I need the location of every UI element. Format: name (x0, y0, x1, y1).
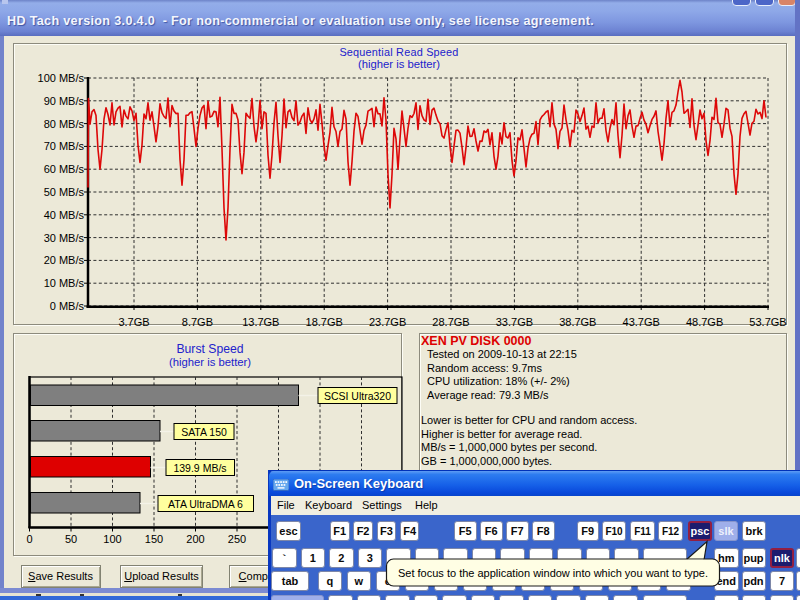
svg-text:ATA UltraDMA 6: ATA UltraDMA 6 (168, 498, 243, 510)
svg-text:(higher is better): (higher is better) (358, 58, 440, 70)
svg-text:150: 150 (145, 533, 163, 545)
svg-text:48.7GB: 48.7GB (686, 316, 723, 328)
svg-text:10 MB/s: 10 MB/s (44, 277, 85, 289)
svg-text:38.7GB: 38.7GB (559, 316, 596, 328)
svg-text:23.7GB: 23.7GB (369, 316, 406, 328)
svg-text:80 MB/s: 80 MB/s (44, 118, 85, 130)
svg-text:28.7GB: 28.7GB (432, 316, 469, 328)
svg-text:33.7GB: 33.7GB (496, 316, 533, 328)
svg-text:0: 0 (26, 533, 32, 545)
svg-text:SCSI Ultra320: SCSI Ultra320 (324, 390, 391, 402)
svg-text:Set focus to the application w: Set focus to the application window into… (398, 567, 708, 579)
svg-text:200: 200 (186, 533, 204, 545)
svg-text:70 MB/s: 70 MB/s (44, 140, 85, 152)
svg-text:139.9 MB/s: 139.9 MB/s (173, 462, 226, 474)
svg-text:8.7GB: 8.7GB (182, 316, 213, 328)
svg-text:3.7GB: 3.7GB (118, 316, 149, 328)
svg-text:(higher is better): (higher is better) (169, 356, 251, 368)
svg-text:50 MB/s: 50 MB/s (44, 186, 85, 198)
svg-text:43.7GB: 43.7GB (623, 316, 660, 328)
svg-text:40 MB/s: 40 MB/s (44, 209, 85, 221)
svg-text:20 MB/s: 20 MB/s (44, 254, 85, 266)
svg-text:SATA 150: SATA 150 (181, 426, 227, 438)
svg-text:18.7GB: 18.7GB (306, 316, 343, 328)
svg-text:30 MB/s: 30 MB/s (44, 232, 85, 244)
svg-text:250: 250 (228, 533, 246, 545)
svg-text:100 MB/s: 100 MB/s (38, 72, 85, 84)
svg-text:0 MB/s: 0 MB/s (50, 300, 85, 312)
svg-text:100: 100 (103, 533, 121, 545)
svg-text:53.7GB: 53.7GB (749, 316, 786, 328)
svg-text:90 MB/s: 90 MB/s (44, 95, 85, 107)
svg-text:Burst Speed: Burst Speed (176, 342, 243, 356)
svg-text:60 MB/s: 60 MB/s (44, 163, 85, 175)
svg-text:Sequential Read Speed: Sequential Read Speed (339, 46, 458, 58)
svg-text:13.7GB: 13.7GB (242, 316, 279, 328)
svg-text:50: 50 (65, 533, 77, 545)
